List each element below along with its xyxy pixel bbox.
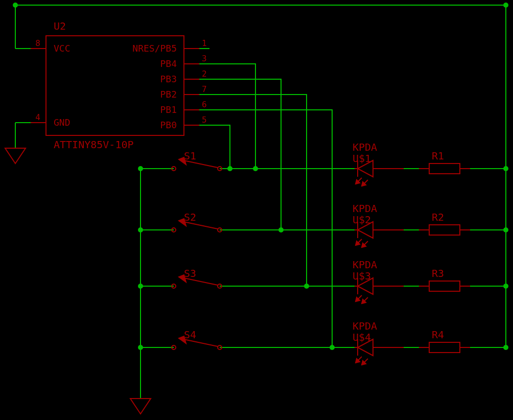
svg-text:VCC: VCC xyxy=(54,43,71,54)
led-2: KPDA U$2 xyxy=(353,202,404,247)
svg-text:U$4: U$4 xyxy=(353,331,371,343)
svg-text:GND: GND xyxy=(54,117,71,128)
led-3: KPDA U$3 xyxy=(353,259,404,304)
schematic: U2 ATTINY85V-10P 8 4 VCC GND 1 3 2 7 6 5… xyxy=(0,0,513,420)
svg-point-5 xyxy=(138,345,143,350)
svg-text:PB3: PB3 xyxy=(160,74,177,84)
svg-point-4 xyxy=(138,284,143,289)
svg-text:KPDA: KPDA xyxy=(353,141,377,153)
svg-text:5: 5 xyxy=(202,115,207,125)
svg-text:R3: R3 xyxy=(432,267,444,279)
svg-point-2 xyxy=(138,166,143,171)
svg-text:PB1: PB1 xyxy=(160,104,177,115)
svg-text:7: 7 xyxy=(202,84,207,94)
svg-text:PB4: PB4 xyxy=(160,58,177,69)
svg-text:6: 6 xyxy=(202,100,207,109)
resistor-r3: R3 xyxy=(419,267,470,291)
svg-text:8: 8 xyxy=(35,38,40,48)
svg-point-1 xyxy=(503,3,508,8)
resistor-r2: R2 xyxy=(419,211,470,235)
svg-text:R2: R2 xyxy=(432,211,444,223)
ic-right-pins: 1 3 2 7 6 5 NRES/PB5 PB4 PB3 PB2 PB1 PB0 xyxy=(132,38,206,130)
led-4: KPDA U$4 xyxy=(353,320,404,365)
svg-text:KPDA: KPDA xyxy=(353,259,377,271)
svg-text:KPDA: KPDA xyxy=(353,320,377,332)
svg-point-14 xyxy=(503,345,508,350)
switch-s4: S4 xyxy=(172,329,222,349)
switch-s2: S2 xyxy=(172,211,222,232)
ic-part: ATTINY85V-10P xyxy=(54,138,134,151)
svg-point-11 xyxy=(503,166,508,171)
svg-text:2: 2 xyxy=(202,69,207,79)
switch-s3: S3 xyxy=(172,267,222,288)
svg-point-10 xyxy=(330,345,335,350)
gnd-icon xyxy=(130,399,151,414)
svg-point-12 xyxy=(503,227,508,232)
svg-marker-40 xyxy=(5,148,26,164)
svg-text:KPDA: KPDA xyxy=(353,202,377,215)
svg-text:PB0: PB0 xyxy=(160,120,177,130)
svg-text:R4: R4 xyxy=(432,329,444,341)
ic-u2: U2 ATTINY85V-10P 8 4 VCC GND 1 3 2 7 6 5… xyxy=(31,20,207,151)
svg-text:S2: S2 xyxy=(184,211,196,223)
svg-point-9 xyxy=(304,284,309,289)
svg-point-0 xyxy=(13,3,18,8)
svg-point-6 xyxy=(227,166,232,171)
svg-text:U$1: U$1 xyxy=(353,152,371,165)
resistor-r4: R4 xyxy=(419,329,470,353)
ic-ref: U2 xyxy=(54,20,66,32)
svg-text:U$2: U$2 xyxy=(353,214,371,226)
svg-text:S3: S3 xyxy=(184,267,196,279)
resistor-r1: R1 xyxy=(419,150,470,174)
svg-text:PB2: PB2 xyxy=(160,89,177,100)
svg-text:S1: S1 xyxy=(184,150,196,162)
svg-text:U$3: U$3 xyxy=(353,270,371,282)
svg-text:S4: S4 xyxy=(184,329,196,341)
svg-marker-41 xyxy=(130,399,151,414)
svg-text:4: 4 xyxy=(35,112,40,122)
svg-point-8 xyxy=(278,227,284,232)
svg-point-7 xyxy=(253,166,258,171)
switch-s1: S1 xyxy=(172,150,222,171)
svg-point-3 xyxy=(138,227,143,232)
led-1: KPDA U$1 xyxy=(353,141,404,186)
svg-text:R1: R1 xyxy=(432,150,444,162)
svg-text:3: 3 xyxy=(202,54,207,63)
svg-text:NRES/PB5: NRES/PB5 xyxy=(132,43,177,54)
svg-point-13 xyxy=(503,284,508,289)
svg-text:1: 1 xyxy=(202,38,207,48)
gnd-icon xyxy=(5,148,26,164)
